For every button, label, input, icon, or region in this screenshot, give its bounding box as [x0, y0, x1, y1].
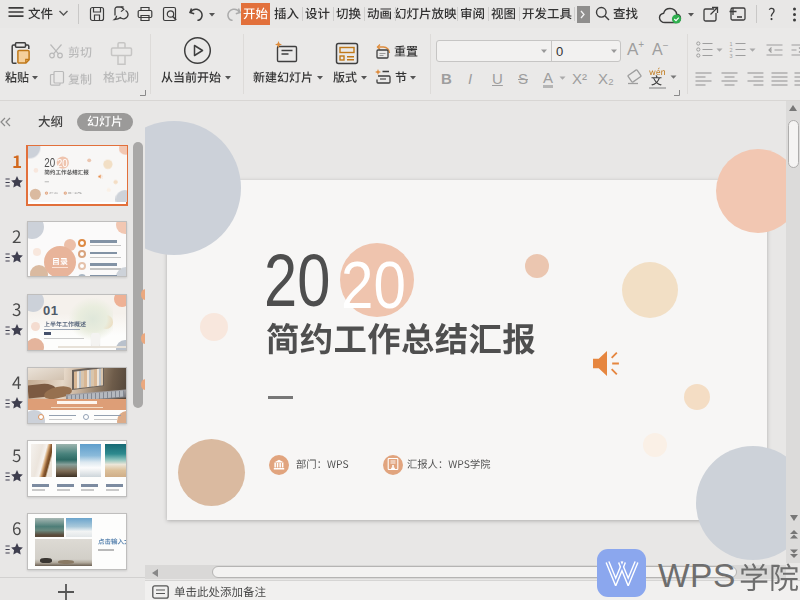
svg-text:3: 3	[730, 53, 733, 59]
